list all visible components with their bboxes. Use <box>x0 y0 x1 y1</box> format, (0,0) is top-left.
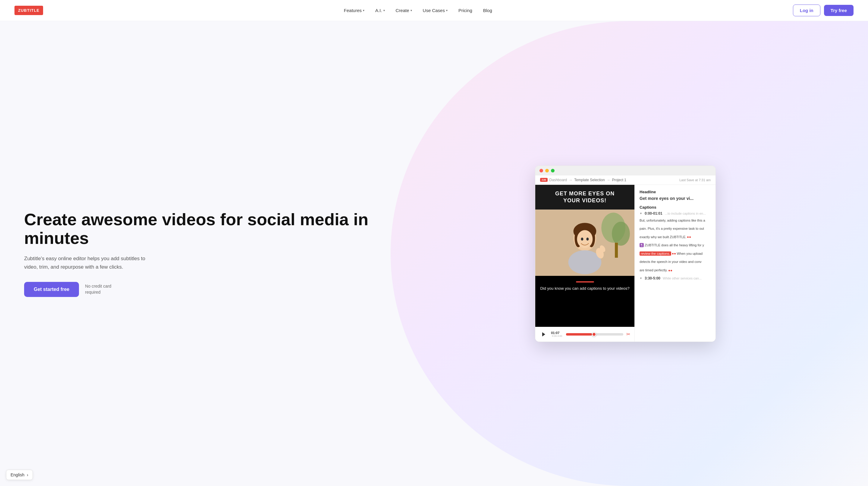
hero-title: Create awesome videos for social media i… <box>24 210 385 247</box>
caption-text-2: pain. Plus, it's a pretty expensive task… <box>640 226 711 232</box>
login-button[interactable]: Log in <box>793 4 820 16</box>
mockup-timeline: 01:07 0:00-3:00 ✂ <box>535 327 634 342</box>
caption-placeholder-2: While other services can... <box>663 276 702 280</box>
mockup-titlebar <box>535 166 715 176</box>
breadcrumb-sep-1: Dashboard <box>550 178 567 182</box>
last-save-text: Last Save at 7:31 am <box>679 178 711 182</box>
time-range-small: 0:00-3:00 <box>552 335 562 337</box>
breadcrumb-arrow-2: → <box>607 178 610 182</box>
nav-item-ai[interactable]: A.I. ▾ <box>371 5 389 16</box>
nav-item-use-cases[interactable]: Use Cases ▾ <box>418 5 452 16</box>
svg-point-2 <box>612 222 630 246</box>
hero-left: Create awesome videos for social media i… <box>24 210 397 297</box>
ai-label: A.I. <box>375 8 382 13</box>
use-cases-label: Use Cases <box>423 8 445 13</box>
dot-red <box>539 169 543 173</box>
timeline-track[interactable] <box>566 333 623 336</box>
timeline-thumb[interactable] <box>592 332 596 336</box>
right-panel: Headline Get more eyes on your vi... Cap… <box>634 185 715 342</box>
language-chevron-icon: › <box>27 473 28 477</box>
caption-accent-bar <box>576 281 594 282</box>
video-caption-bar: Did you know you can add captions to you… <box>535 276 634 295</box>
try-free-button[interactable]: Try free <box>824 5 854 16</box>
breadcrumb-project: Project 1 <box>612 178 626 182</box>
video-preview: GET MORE EYES ONYOUR VIDEOS! <box>535 185 634 327</box>
caption-text-1: But, unfortunately, adding captions like… <box>640 218 711 223</box>
logo[interactable]: ZUBTITLE <box>14 6 43 15</box>
svg-point-10 <box>587 238 589 241</box>
caption-text-5: review the captions. When you upload <box>640 251 711 256</box>
hero-cta-row: Get started free No credit cardrequired <box>24 282 385 297</box>
nav-links: Features ▾ A.I. ▾ Create ▾ Use Cases ▾ P… <box>340 5 496 16</box>
headline-section-label: Headline <box>640 190 711 194</box>
captions-chevron-2-icon: ▼ <box>640 277 642 280</box>
caption-text-3: exactly why we built ZUBTITLE. <box>640 235 711 240</box>
highlight-review: review the captions. <box>640 251 671 256</box>
timeline-progress <box>566 333 592 336</box>
dots-icon-1 <box>687 236 691 238</box>
scissors-icon[interactable]: ✂ <box>626 331 630 337</box>
captions-chevron-icon: ▼ <box>640 212 642 215</box>
caption-time-range: 0:00-01:01 <box>645 211 662 216</box>
use-cases-chevron-icon: ▾ <box>446 9 447 12</box>
headline-value: Get more eyes on your vi... <box>640 196 711 201</box>
hero-right: ZUB Dashboard → Template Selection → Pro… <box>397 165 854 342</box>
play-triangle-icon <box>542 332 545 336</box>
video-person <box>535 210 634 276</box>
no-credit-text: No credit cardrequired <box>85 283 111 295</box>
create-chevron-icon: ▾ <box>410 9 412 12</box>
logo-box: ZUBTITLE <box>14 6 43 15</box>
dots-icon-2 <box>672 253 676 254</box>
play-button[interactable] <box>539 330 548 339</box>
breadcrumb-arrow-1: → <box>569 178 572 182</box>
caption-time-range-2: 3:30-5:00 <box>645 276 660 280</box>
features-chevron-icon: ▾ <box>363 9 364 12</box>
video-panel: GET MORE EYES ONYOUR VIDEOS! <box>535 185 634 342</box>
pricing-label: Pricing <box>458 8 472 13</box>
breadcrumb: ZUB Dashboard → Template Selection → Pro… <box>540 178 626 182</box>
caption-text-7: are timed perfectly. <box>640 268 711 273</box>
create-label: Create <box>396 8 409 13</box>
blog-label: Blog <box>483 8 492 13</box>
caption-text-4: ¶ ZUBTITLE does all the heavy lifting fo… <box>640 243 711 248</box>
dot-yellow <box>545 169 549 173</box>
features-label: Features <box>344 8 362 13</box>
caption-text-6: detects the speech in your video and con… <box>640 259 711 265</box>
nav-item-create[interactable]: Create ▾ <box>392 5 416 16</box>
nav-actions: Log in Try free <box>793 4 854 16</box>
caption-section-2-header: ▼ 3:30-5:00 While other services can... <box>640 276 711 280</box>
time-display: 01:07 <box>551 331 563 335</box>
video-caption-text: Did you know you can add captions to you… <box>540 285 629 292</box>
highlight-zubtitle: ¶ <box>640 243 644 247</box>
app-mockup: ZUB Dashboard → Template Selection → Pro… <box>535 165 716 342</box>
hero-subtitle: Zubtitle's easy online editor helps you … <box>24 254 157 271</box>
dots-icon-3 <box>669 270 672 271</box>
navbar: ZUBTITLE Features ▾ A.I. ▾ Create ▾ Use … <box>0 0 868 21</box>
svg-point-9 <box>581 238 584 241</box>
nav-item-pricing[interactable]: Pricing <box>454 5 476 16</box>
hero-section: Create awesome videos for social media i… <box>0 21 868 486</box>
nav-item-blog[interactable]: Blog <box>479 5 496 16</box>
language-label: English <box>10 473 24 477</box>
dot-green <box>551 169 555 173</box>
nav-item-features[interactable]: Features ▾ <box>340 5 369 16</box>
person-illustration <box>535 210 634 276</box>
language-selector[interactable]: English › <box>6 470 33 480</box>
mockup-body: GET MORE EYES ONYOUR VIDEOS! <box>535 185 715 342</box>
get-started-button[interactable]: Get started free <box>24 282 79 297</box>
video-header-text: GET MORE EYES ONYOUR VIDEOS! <box>535 185 634 210</box>
captions-header: ▼ 0:00-01:01 ...to include captions in e… <box>640 211 711 216</box>
breadcrumb-logo: ZUB <box>540 178 547 182</box>
mockup-toolbar: ZUB Dashboard → Template Selection → Pro… <box>535 176 715 185</box>
ai-chevron-icon: ▾ <box>383 9 385 12</box>
captions-section-label: Captions <box>640 205 711 210</box>
breadcrumb-template: Template Selection <box>574 178 604 182</box>
caption-placeholder: ...to include captions in en... <box>665 212 706 215</box>
svg-rect-3 <box>615 243 618 258</box>
